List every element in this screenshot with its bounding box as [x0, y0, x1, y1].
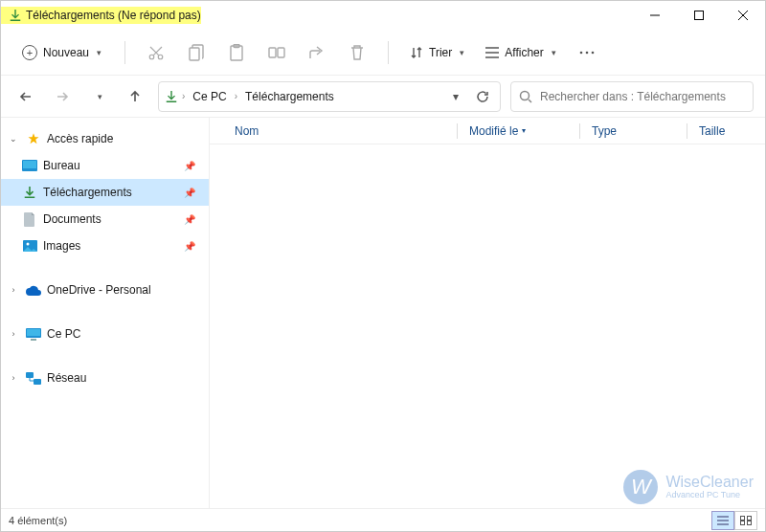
sidebar-item-downloads[interactable]: Téléchargements 📌	[1, 179, 209, 206]
paste-button[interactable]	[219, 35, 254, 70]
svg-rect-7	[278, 48, 284, 57]
window-controls	[633, 1, 765, 30]
minimize-button[interactable]	[633, 1, 677, 30]
view-toggles	[711, 511, 757, 530]
view-button[interactable]: Afficher ▾	[478, 41, 563, 64]
close-button[interactable]	[721, 1, 765, 30]
picture-icon	[22, 238, 37, 254]
title-left: Téléchargements (Ne répond pas)	[1, 7, 201, 24]
sidebar-label: Téléchargements	[43, 186, 178, 199]
share-button[interactable]	[300, 35, 334, 70]
up-button[interactable]	[122, 83, 148, 110]
sort-button[interactable]: Trier ▾	[402, 41, 472, 64]
sort-indicator-icon: ▾	[522, 126, 526, 135]
chevron-right-icon[interactable]: ›	[7, 373, 20, 383]
svg-rect-6	[269, 48, 276, 57]
cut-button[interactable]	[139, 35, 173, 70]
window-title: Téléchargements (Ne répond pas)	[26, 9, 201, 22]
search-input[interactable]	[540, 90, 745, 103]
star-icon	[26, 131, 41, 146]
sidebar-label: Ce PC	[47, 327, 201, 341]
cloud-icon	[26, 282, 41, 298]
more-button[interactable]	[570, 35, 604, 70]
new-button[interactable]: + Nouveau ▾	[12, 40, 111, 65]
sidebar-label: Accès rapide	[47, 132, 201, 145]
sidebar-item-onedrive[interactable]: › OneDrive - Personal	[1, 277, 209, 303]
sidebar-item-network[interactable]: › Réseau	[1, 365, 209, 391]
recent-dropdown[interactable]: ▾	[85, 83, 112, 110]
rename-button[interactable]	[259, 35, 294, 70]
forward-button[interactable]	[49, 83, 76, 110]
thumbnails-view-button[interactable]	[734, 511, 757, 530]
svg-rect-19	[26, 372, 34, 378]
navigation-bar: ▾ › Ce PC › Téléchargements ▾	[1, 76, 765, 118]
sidebar-label: Images	[43, 239, 178, 253]
sidebar-label: Documents	[43, 212, 178, 226]
pin-icon: 📌	[184, 241, 201, 252]
search-icon	[519, 90, 532, 103]
sort-icon	[410, 46, 423, 59]
sidebar-label: Bureau	[43, 159, 178, 172]
pin-icon: 📌	[184, 214, 201, 225]
column-header-name[interactable]: Nom	[227, 124, 449, 138]
network-icon	[26, 370, 41, 386]
maximize-button[interactable]	[677, 1, 721, 30]
column-header-size[interactable]: Taille	[679, 123, 755, 139]
sidebar-item-documents[interactable]: Documents 📌	[1, 206, 209, 233]
chevron-right-icon[interactable]: ›	[7, 285, 20, 295]
navigation-pane[interactable]: ⌄ Accès rapide Bureau 📌 Téléchargements …	[1, 118, 210, 508]
chevron-right-icon[interactable]: ›	[7, 329, 20, 339]
chevron-down-icon[interactable]: ⌄	[7, 134, 20, 144]
svg-rect-4	[231, 46, 242, 60]
copy-button[interactable]	[179, 35, 214, 70]
sidebar-item-this-pc[interactable]: › Ce PC	[1, 321, 209, 347]
refresh-button[interactable]	[471, 90, 494, 103]
download-arrow-icon	[9, 9, 22, 22]
breadcrumb-root[interactable]: Ce PC	[189, 88, 230, 105]
plus-circle-icon: +	[22, 45, 37, 60]
toolbar: + Nouveau ▾ Trier ▾ Afficher ▾	[1, 30, 765, 76]
svg-point-9	[585, 51, 588, 54]
sidebar-item-quick-access[interactable]: ⌄ Accès rapide	[1, 125, 209, 152]
list-icon	[485, 47, 499, 58]
file-area[interactable]	[210, 144, 765, 508]
address-dropdown[interactable]: ▾	[444, 90, 467, 103]
column-header-type[interactable]: Type	[572, 123, 679, 139]
svg-rect-24	[748, 521, 752, 524]
chevron-right-icon: ›	[235, 91, 237, 101]
address-bar[interactable]: › Ce PC › Téléchargements ▾	[158, 81, 501, 112]
search-box[interactable]	[510, 81, 754, 112]
chevron-right-icon: ›	[182, 91, 185, 101]
sidebar-item-desktop[interactable]: Bureau 📌	[1, 152, 209, 179]
svg-rect-3	[190, 48, 199, 60]
pin-icon: 📌	[184, 161, 201, 171]
new-button-label: Nouveau	[43, 46, 89, 59]
svg-point-8	[579, 51, 582, 54]
back-button[interactable]	[12, 83, 39, 110]
svg-point-2	[158, 55, 163, 59]
delete-button[interactable]	[340, 35, 374, 70]
download-arrow-icon	[165, 90, 178, 103]
svg-point-1	[149, 55, 154, 59]
sidebar-item-pictures[interactable]: Images 📌	[1, 233, 209, 259]
pin-icon: 📌	[184, 188, 201, 198]
svg-rect-17	[27, 329, 40, 336]
column-headers: Nom Modifié le ▾ Type Taille	[210, 118, 765, 144]
file-list-pane: Nom Modifié le ▾ Type Taille	[210, 118, 765, 508]
view-label: Afficher	[505, 46, 543, 59]
chevron-down-icon: ▾	[97, 48, 101, 57]
column-header-modified[interactable]: Modifié le ▾	[449, 123, 572, 139]
sidebar-label: Réseau	[47, 371, 201, 385]
chevron-down-icon: ▾	[552, 48, 556, 57]
breadcrumb-current[interactable]: Téléchargements	[241, 88, 338, 105]
separator	[388, 41, 389, 64]
svg-point-15	[26, 243, 29, 246]
svg-rect-13	[23, 161, 36, 168]
sort-label: Trier	[429, 46, 452, 59]
status-bar: 4 élément(s)	[1, 508, 765, 531]
status-count: 4 élément(s)	[9, 515, 67, 526]
details-view-button[interactable]	[711, 511, 734, 530]
svg-rect-20	[34, 379, 41, 385]
sidebar-label: OneDrive - Personal	[47, 283, 201, 297]
title-bar: Téléchargements (Ne répond pas)	[1, 1, 765, 30]
